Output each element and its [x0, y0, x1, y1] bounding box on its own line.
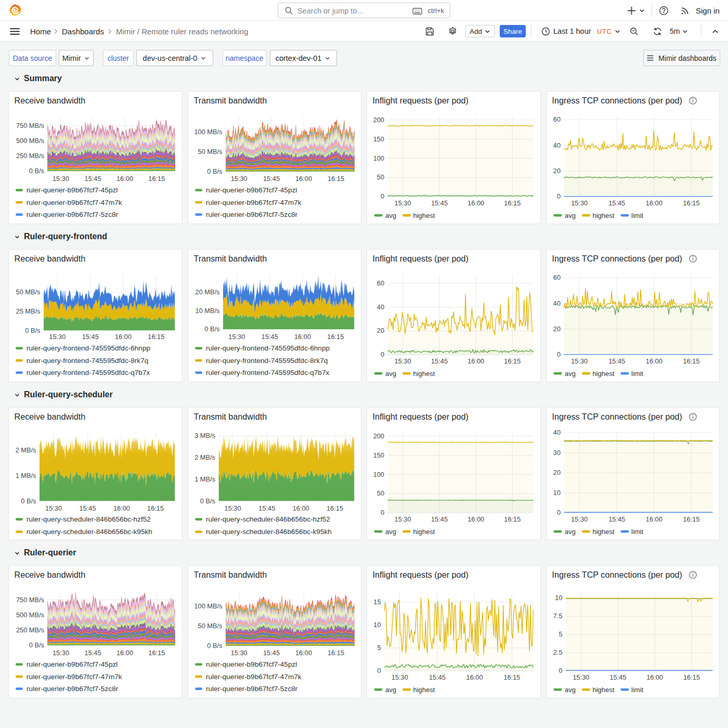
svg-text:15:30: 15:30 — [571, 357, 588, 365]
svg-text:highest: highest — [413, 685, 435, 693]
svg-text:16:15: 16:15 — [148, 333, 164, 341]
svg-text:15:45: 15:45 — [263, 175, 279, 183]
svg-text:15:30: 15:30 — [45, 504, 62, 512]
svg-text:20: 20 — [553, 469, 560, 476]
svg-text:15:30: 15:30 — [573, 673, 589, 681]
svg-text:limit: limit — [631, 369, 643, 377]
svg-text:Inflight requests (per pod): Inflight requests (per pod) — [373, 254, 469, 263]
svg-text:50 MB/s: 50 MB/s — [198, 147, 222, 155]
svg-text:5: 5 — [377, 644, 381, 652]
svg-text:1 MB/s: 1 MB/s — [194, 475, 215, 483]
svg-text:0: 0 — [381, 350, 384, 358]
svg-text:15:45: 15:45 — [429, 673, 446, 681]
svg-text:150: 150 — [373, 135, 384, 142]
svg-text:16:00: 16:00 — [115, 333, 132, 341]
svg-text:40: 40 — [553, 428, 560, 436]
svg-text:150: 150 — [373, 451, 384, 459]
svg-text:15:30: 15:30 — [395, 515, 411, 523]
svg-text:15:30: 15:30 — [395, 357, 411, 365]
svg-text:750 MB/s: 750 MB/s — [16, 595, 44, 603]
svg-text:Transmit bandwidth: Transmit bandwidth — [193, 570, 267, 579]
svg-text:16:15: 16:15 — [327, 649, 344, 657]
svg-text:ruler-query-scheduler-846b656b: ruler-query-scheduler-846b656bc-hzf52 — [206, 515, 330, 523]
svg-text:10: 10 — [373, 620, 381, 628]
svg-text:16:00: 16:00 — [295, 175, 311, 183]
svg-text:16:00: 16:00 — [116, 175, 133, 183]
svg-text:Ingress TCP connections (per p: Ingress TCP connections (per pod) — [552, 96, 682, 105]
svg-text:16:00: 16:00 — [292, 504, 309, 512]
svg-text:15:30: 15:30 — [53, 649, 69, 657]
svg-text:100 MB/s: 100 MB/s — [194, 127, 222, 135]
svg-text:100: 100 — [373, 470, 384, 478]
svg-text:ruler-query-scheduler-846b656b: ruler-query-scheduler-846b656bc-k95kh — [206, 528, 332, 536]
svg-text:15:45: 15:45 — [431, 199, 448, 207]
svg-text:highest: highest — [592, 211, 614, 219]
svg-text:15:45: 15:45 — [258, 504, 275, 512]
svg-text:highest: highest — [413, 211, 435, 219]
svg-text:Receive bandwidth: Receive bandwidth — [15, 96, 86, 105]
svg-text:50 MB/s: 50 MB/s — [16, 288, 41, 296]
svg-text:highest: highest — [413, 369, 435, 377]
svg-text:16:00: 16:00 — [466, 673, 483, 681]
svg-text:15:45: 15:45 — [85, 649, 101, 657]
svg-text:16:00: 16:00 — [467, 357, 484, 365]
svg-text:15:30: 15:30 — [392, 673, 408, 681]
svg-text:Receive bandwidth: Receive bandwidth — [15, 412, 86, 421]
svg-text:15: 15 — [373, 597, 381, 605]
svg-text:15:45: 15:45 — [263, 649, 279, 657]
svg-text:50: 50 — [377, 173, 384, 181]
svg-text:ruler-query-frontend-745595dfd: ruler-query-frontend-745595dfdc-q7b7x — [27, 369, 150, 376]
svg-text:16:15: 16:15 — [504, 199, 521, 207]
svg-text:15:45: 15:45 — [608, 357, 625, 365]
svg-text:16:15: 16:15 — [683, 357, 699, 365]
svg-text:60: 60 — [553, 115, 560, 123]
svg-text:40: 40 — [377, 303, 384, 310]
svg-text:2 MB/s: 2 MB/s — [16, 446, 36, 453]
svg-text:ruler-querier-b9b67fcf7-47m7k: ruler-querier-b9b67fcf7-47m7k — [206, 672, 302, 680]
svg-text:ruler-querier-b9b67fcf7-45pzl: ruler-querier-b9b67fcf7-45pzl — [206, 660, 297, 668]
svg-text:16:00: 16:00 — [646, 673, 663, 681]
svg-text:15:30: 15:30 — [571, 199, 588, 207]
svg-text:0: 0 — [558, 667, 562, 674]
svg-text:0 B/s: 0 B/s — [200, 497, 215, 504]
svg-text:Transmit bandwidth: Transmit bandwidth — [193, 96, 267, 105]
svg-text:limit: limit — [631, 685, 643, 693]
svg-text:avg: avg — [565, 685, 576, 693]
svg-text:0: 0 — [556, 509, 560, 516]
svg-text:0: 0 — [556, 192, 560, 200]
svg-text:10: 10 — [553, 488, 560, 496]
svg-text:ruler-querier-b9b67fcf7-45pzl: ruler-querier-b9b67fcf7-45pzl — [27, 660, 118, 668]
svg-text:16:00: 16:00 — [113, 504, 130, 512]
svg-text:highest: highest — [592, 369, 614, 377]
svg-text:ruler-querier-b9b67fcf7-47m7k: ruler-querier-b9b67fcf7-47m7k — [27, 198, 122, 206]
svg-text:ruler-query-scheduler-846b656b: ruler-query-scheduler-846b656bc-k95kh — [27, 528, 152, 536]
svg-text:60: 60 — [377, 279, 384, 287]
svg-text:ruler-querier-b9b67fcf7-47m7k: ruler-querier-b9b67fcf7-47m7k — [206, 198, 302, 206]
svg-text:16:00: 16:00 — [467, 199, 484, 207]
svg-text:ruler-query-frontend-745595dfd: ruler-query-frontend-745595dfdc-8rk7q — [206, 356, 328, 364]
svg-text:15:30: 15:30 — [395, 199, 411, 207]
svg-text:0 B/s: 0 B/s — [204, 325, 219, 333]
svg-text:highest: highest — [592, 685, 614, 693]
svg-text:avg: avg — [385, 527, 396, 535]
svg-text:16:00: 16:00 — [645, 357, 662, 365]
svg-text:ruler-querier-b9b67fcf7-5zc8r: ruler-querier-b9b67fcf7-5zc8r — [27, 211, 119, 218]
svg-text:20: 20 — [553, 324, 560, 332]
svg-text:avg: avg — [385, 369, 396, 377]
svg-text:200: 200 — [373, 432, 384, 439]
svg-text:15:30: 15:30 — [230, 175, 247, 183]
svg-text:15:45: 15:45 — [608, 515, 625, 523]
svg-text:16:00: 16:00 — [467, 515, 484, 523]
svg-text:15:30: 15:30 — [224, 504, 241, 512]
svg-text:1 MB/s: 1 MB/s — [16, 471, 36, 479]
svg-text:15:30: 15:30 — [571, 515, 588, 523]
svg-text:10 MB/s: 10 MB/s — [195, 306, 219, 314]
svg-text:16:15: 16:15 — [504, 357, 521, 365]
svg-text:avg: avg — [385, 211, 396, 219]
svg-text:5: 5 — [558, 630, 562, 638]
svg-text:15:45: 15:45 — [609, 673, 626, 681]
svg-text:highest: highest — [413, 527, 435, 535]
svg-text:avg: avg — [565, 211, 576, 219]
svg-text:40: 40 — [553, 141, 560, 149]
svg-text:25 MB/s: 25 MB/s — [16, 307, 41, 315]
